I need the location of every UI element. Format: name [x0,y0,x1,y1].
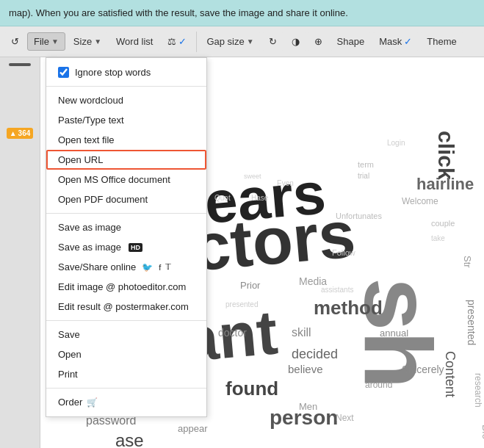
word-research: research [473,373,483,408]
save-label: Save [58,329,80,340]
open-url-label: Open URL [58,154,103,165]
edit-image-photo-label: Edit image @ photoeditor.com [58,281,186,292]
refresh-icon: ↺ [11,36,19,47]
theme-label: Theme [427,36,456,47]
file-label: File [34,36,49,47]
word-click: click [434,131,458,180]
ignore-stop-words-row[interactable]: Ignore stop words [46,62,206,82]
edit-result-poster-item[interactable]: Edit result @ postermaker.com [46,297,206,317]
balance-button[interactable]: ⚖ ✓ [161,32,193,51]
open-pdf-item[interactable]: Open PDF document [46,189,206,209]
open-text-file-item[interactable]: Open text file [46,130,206,150]
save-as-image-item[interactable]: Save as image [46,217,206,237]
word-skill: skill [292,326,311,339]
twitter-icon: 𝕋 [165,262,171,272]
shape-button[interactable]: Shape [331,32,372,51]
facebook-icon: 🐦 [142,262,153,272]
word-blo: Blo [480,424,484,439]
word-follow: Follow [332,248,355,257]
size-button[interactable]: Size ▼ [67,32,108,51]
warning-badge: ▲ 364 [7,128,34,139]
print-item[interactable]: Print [46,364,206,384]
word-take: take [431,234,445,242]
contrast-button[interactable]: ◑ [285,32,306,51]
word-sweet: sweet [244,173,261,180]
save-as-image-hd-label: Save as image [58,242,121,253]
word-hairline: hairline [416,175,474,193]
ignore-stop-words-checkbox[interactable] [58,67,69,78]
word-sincerely: Sincerely [402,364,444,375]
word-presented2: presented [225,300,258,308]
new-wordcloud-item[interactable]: New wordcloud [46,90,206,110]
save-as-image-hd-item[interactable]: Save as image HD [46,237,206,257]
mask-button[interactable]: Mask ✓ [372,32,419,51]
target-icon: ⊕ [314,36,322,47]
theme-button[interactable]: Theme [420,32,463,51]
cart-icon: 🛒 [87,397,98,408]
word-prior: Prior [240,280,261,291]
gapsize-label: Gap size [206,36,244,47]
file-dropdown-menu: Ignore stop words New wordcloud Paste/Ty… [46,57,207,417]
save-as-image-label: Save as image [58,222,121,233]
print-label: Print [58,369,78,380]
mask-check-icon: ✓ [404,36,412,47]
word-login: Login [387,139,405,147]
size-label: Size [73,36,92,47]
gapsize-button[interactable]: Gap size ▼ [200,32,260,51]
save-share-online-item[interactable]: Save/Share online 🐦 f 𝕋 [46,257,206,277]
open-url-item[interactable]: Open URL [46,150,206,170]
word-couple: couple [431,219,455,228]
left-panel: ▲ 364 [0,57,40,448]
new-wordcloud-label: New wordcloud [58,95,123,106]
word-Quot: Quot [214,194,231,202]
word-annual: annual [380,328,408,339]
word-presented: presented [466,300,477,345]
word-assistants: assistants [321,286,353,294]
facebook-f-icon: f [159,263,161,272]
edit-result-poster-label: Edit result @ postermaker.com [58,301,189,312]
word-doctor: doctor [218,327,247,339]
rotate-icon: ↻ [269,36,277,47]
open-text-file-label: Open text file [58,134,115,145]
ignore-stop-words-label: Ignore stop words [75,67,151,78]
mask-label: Mask [379,36,402,47]
open-ms-office-label: Open MS Office document [58,174,170,185]
word-men: Men [299,401,317,412]
separator-2 [46,213,206,214]
save-item[interactable]: Save [46,325,206,344]
open-pdf-label: Open PDF document [58,194,148,205]
word-method: method [314,297,383,319]
word-appear: appear [178,423,208,434]
toolbar: ↺ File ▼ Size ▼ Word list ⚖ ✓ Gap size ▼… [0,26,484,57]
gapsize-caret-icon: ▼ [247,37,254,46]
contrast-icon: ◑ [292,36,300,47]
word-hase: Hase [251,194,269,202]
warning-count: 364 [18,129,31,137]
file-button[interactable]: File ▼ [27,32,65,51]
word-welcome: Welcome [402,196,438,206]
wordlist-button[interactable]: Word list [109,32,159,51]
order-item[interactable]: Order 🛒 [46,392,206,412]
divider-1 [196,32,197,52]
hd-badge: HD [129,243,142,252]
info-text: map). When you are satisfied with the re… [9,7,348,18]
balance-check-icon: ✓ [178,36,187,47]
file-caret-icon: ▼ [51,37,59,46]
separator-3 [46,320,206,321]
rotate-button[interactable]: ↻ [262,32,283,51]
word-str: Str [462,256,473,268]
refresh-button[interactable]: ↺ [4,32,26,51]
wordlist-label: Word list [116,36,153,47]
word-believe: believe [288,363,323,375]
target-button[interactable]: ⊕ [308,32,329,51]
paste-type-text-item[interactable]: Paste/Type text [46,110,206,130]
word-trial: trial [358,172,369,180]
info-bar: map). When you are satisfied with the re… [0,0,484,26]
edit-image-photo-item[interactable]: Edit image @ photoeditor.com [46,277,206,297]
open-item[interactable]: Open [46,344,206,364]
open-ms-office-item[interactable]: Open MS Office document [46,170,206,189]
word-term: term [358,160,374,169]
word-ase: ase [115,430,144,448]
word-fortunates: Unfortunates [336,212,382,220]
word-next: Next [336,413,354,423]
